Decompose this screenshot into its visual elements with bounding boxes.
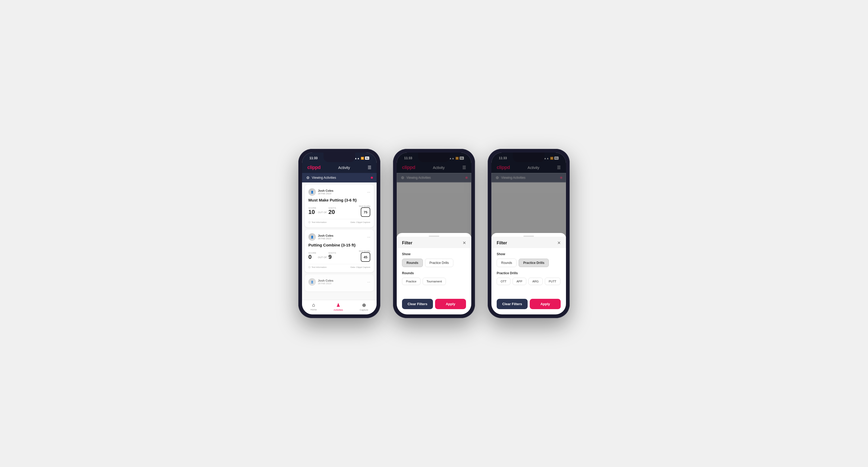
info-icon-2: ⓘ	[308, 266, 310, 269]
screen-content-1: 👤 Josh Coles 28 Feb 2023 ··· Must Make P…	[302, 183, 377, 300]
viewing-bar-text-1: Viewing Activities	[312, 176, 336, 180]
show-label-3: Show	[497, 252, 561, 256]
rounds-buttons-2: Practice Tournament	[402, 278, 466, 285]
shot-quality-box-1: 75	[361, 207, 370, 217]
stat-score-1: Score 10	[308, 207, 316, 215]
putt-btn-3[interactable]: PUTT	[545, 278, 560, 285]
card-header-1: 👤 Josh Coles 28 Feb 2023 ···	[308, 188, 370, 196]
shot-quality-box-2: 45	[361, 252, 370, 262]
filter-header-3: Filter ✕	[491, 237, 566, 248]
wifi-icon: 🛜	[361, 157, 364, 160]
user-info-1: 👤 Josh Coles 28 Feb 2023	[308, 188, 334, 196]
scene: 11:33 ▲▲▲ 🛜 51 clippd Activity ☰ ⚙ Viewi…	[288, 133, 580, 334]
more-dots-3[interactable]: ···	[367, 280, 370, 284]
stats-row-1: Score 10 OUT OF Shots 20 Shot Quality 75	[308, 205, 370, 217]
activity-card-3: 👤 Josh Coles 28 Feb 2023 ···	[305, 275, 374, 291]
footer-info-1: ⓘ Test Information	[308, 221, 327, 224]
user-info-2: 👤 Josh Coles 28 Feb 2023	[308, 233, 334, 241]
practice-drills-tab-btn-2[interactable]: Practice Drills	[425, 259, 453, 267]
filter-body-3: Show Rounds Practice Drills Practice Dri…	[491, 248, 566, 293]
red-dot-1	[371, 177, 373, 179]
apply-btn-2[interactable]: Apply	[435, 299, 466, 309]
filter-close-3[interactable]: ✕	[557, 240, 561, 245]
practice-drills-section-label-3: Practice Drills	[497, 271, 561, 275]
logo-1: clippd	[307, 165, 320, 170]
handle-bar-3	[523, 236, 534, 237]
filter-body-2: Show Rounds Practice Drills Rounds Pract…	[397, 248, 471, 293]
filter-overlay-2: Filter ✕ Show Rounds Practice Drills Rou…	[397, 153, 471, 314]
card-footer-2: ⓘ Test Information Data: Clippd Capture	[308, 264, 370, 269]
filter-overlay-3: Filter ✕ Show Rounds Practice Drills Pra…	[491, 153, 566, 314]
filter-close-2[interactable]: ✕	[463, 240, 466, 245]
avatar-inner-3: 👤	[309, 279, 315, 285]
practice-drills-tab-btn-3[interactable]: Practice Drills	[519, 259, 549, 267]
stat-score-2: Score 0	[308, 252, 316, 260]
app-btn-3[interactable]: APP	[513, 278, 526, 285]
clear-filters-btn-3[interactable]: Clear Filters	[497, 299, 528, 309]
ott-btn-3[interactable]: OTT	[497, 278, 510, 285]
user-date-2: 28 Feb 2023	[318, 237, 334, 240]
activity-card-1: 👤 Josh Coles 28 Feb 2023 ··· Must Make P…	[305, 185, 374, 227]
filter-footer-3: Clear Filters Apply	[491, 299, 566, 309]
avatar-inner-1: 👤	[309, 189, 315, 195]
user-name-2: Josh Coles	[318, 234, 334, 237]
nav-activities-1[interactable]: ♟ Activities	[334, 302, 343, 311]
rounds-tab-btn-2[interactable]: Rounds	[402, 259, 423, 267]
phone-1-screen: 11:33 ▲▲▲ 🛜 51 clippd Activity ☰ ⚙ Viewi…	[302, 153, 377, 314]
arg-btn-3[interactable]: ARG	[528, 278, 543, 285]
practice-round-btn-2[interactable]: Practice	[402, 278, 421, 285]
filter-title-2: Filter	[402, 241, 412, 245]
card-title-2: Putting Combine (3-15 ft)	[308, 243, 370, 247]
status-time-1: 11:33	[309, 156, 318, 160]
user-info-3: 👤 Josh Coles 28 Feb 2023	[308, 278, 334, 286]
out-of-1: OUT OF	[318, 211, 327, 214]
filter-handle-bar-3	[491, 233, 566, 237]
info-icon-1: ⓘ	[308, 221, 310, 224]
phone-2-screen: 11:33 ▲▲▲ 🛜 51 clippd Activity ☰ ⚙ Viewi…	[397, 153, 471, 314]
phone-3-screen: 11:33 ▲▲▲ 🛜 51 clippd Activity ☰ ⚙ Viewi…	[491, 153, 566, 314]
nav-home-1[interactable]: ⌂ Home	[310, 302, 317, 311]
phone-2: 11:33 ▲▲▲ 🛜 51 clippd Activity ☰ ⚙ Viewi…	[393, 149, 475, 318]
stat-shots-2: Shots 9	[329, 252, 336, 260]
notch	[323, 153, 355, 162]
shot-quality-label-2: Shot Quality	[359, 250, 370, 252]
filter-handle-bar-2	[397, 233, 471, 237]
nav-capture-1[interactable]: ⊕ Capture	[360, 302, 368, 311]
home-icon-1: ⌂	[312, 302, 315, 308]
bottom-nav-1: ⌂ Home ♟ Activities ⊕ Capture	[302, 300, 377, 314]
card-title-1: Must Make Putting (3-6 ft)	[308, 198, 370, 202]
practice-drill-buttons-3: OTT APP ARG PUTT	[497, 278, 561, 285]
out-of-2: OUT OF	[318, 256, 327, 259]
more-dots-1[interactable]: ···	[367, 190, 370, 194]
filter-header-2: Filter ✕	[397, 237, 471, 248]
handle-bar-2	[429, 236, 439, 237]
apply-btn-3[interactable]: Apply	[530, 299, 561, 309]
footer-data-2: Data: Clippd Capture	[350, 266, 370, 269]
menu-icon-1[interactable]: ☰	[368, 165, 371, 170]
viewing-bar-1[interactable]: ⚙ Viewing Activities	[302, 173, 377, 183]
rounds-section-label-2: Rounds	[402, 271, 466, 275]
activity-card-2: 👤 Josh Coles 28 Feb 2023 ··· Putting Com…	[305, 229, 374, 272]
show-label-2: Show	[402, 252, 466, 256]
filter-title-3: Filter	[497, 241, 507, 245]
avatar-1: 👤	[308, 188, 316, 196]
filter-footer-2: Clear Filters Apply	[397, 299, 471, 309]
shot-quality-label-1: Shot Quality	[359, 205, 370, 207]
stat-shots-1: Shots 20	[329, 207, 336, 215]
activities-icon-1: ♟	[336, 302, 340, 308]
footer-info-2: ⓘ Test Information	[308, 266, 327, 269]
battery-icon: 51	[365, 157, 369, 160]
avatar-2: 👤	[308, 233, 316, 241]
rounds-tab-btn-3[interactable]: Rounds	[497, 259, 517, 267]
show-buttons-3: Rounds Practice Drills	[497, 259, 561, 267]
capture-icon-1: ⊕	[362, 302, 366, 308]
card-header-3: 👤 Josh Coles 28 Feb 2023 ···	[308, 278, 370, 286]
filter-sheet-3: Filter ✕ Show Rounds Practice Drills Pra…	[491, 233, 566, 314]
filter-icon-1: ⚙	[306, 176, 310, 180]
phone-1: 11:33 ▲▲▲ 🛜 51 clippd Activity ☰ ⚙ Viewi…	[298, 149, 380, 318]
tournament-btn-2[interactable]: Tournament	[423, 278, 446, 285]
app-header-1: clippd Activity ☰	[302, 162, 377, 173]
clear-filters-btn-2[interactable]: Clear Filters	[402, 299, 433, 309]
more-dots-2[interactable]: ···	[367, 235, 370, 239]
filter-sheet-2: Filter ✕ Show Rounds Practice Drills Rou…	[397, 233, 471, 314]
